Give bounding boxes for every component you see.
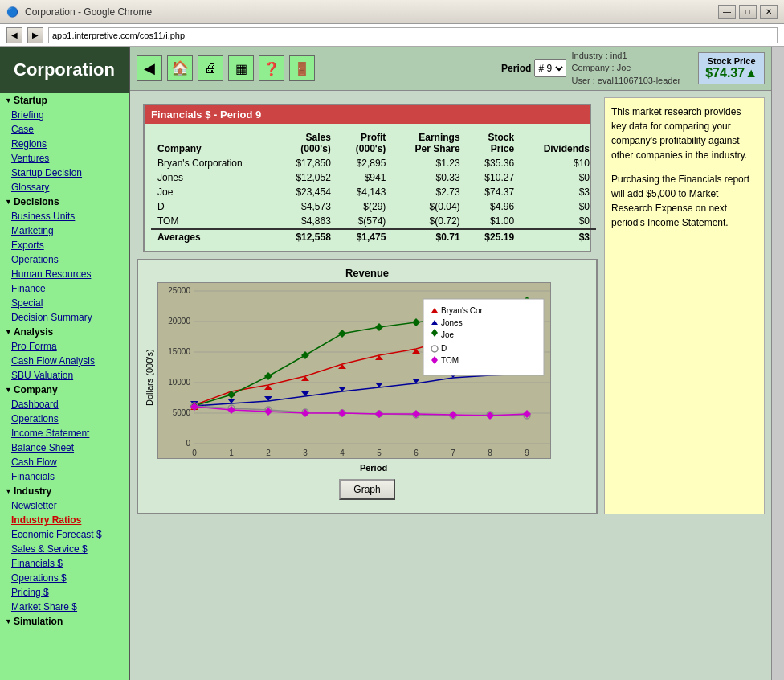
back-nav-button[interactable]: ◀ — [137, 55, 162, 81]
table-cell: $(0.72) — [392, 214, 466, 229]
sidebar-item-finance[interactable]: Finance — [0, 281, 129, 296]
averages-cell: $3 — [521, 229, 596, 244]
sidebar-item-business-units[interactable]: Business Units — [0, 209, 129, 223]
sidebar-item-sales-service[interactable]: Sales & Service $ — [0, 542, 129, 556]
minimize-button[interactable]: — — [718, 5, 736, 19]
y-axis-label: Dollars (000's) — [145, 282, 154, 473]
sidebar-item-briefing[interactable]: Briefing — [0, 108, 129, 122]
stock-price-label: Stock Price — [705, 56, 757, 66]
table-cell: $0 — [521, 199, 596, 214]
sidebar-section-decisions[interactable]: Decisions — [0, 195, 129, 209]
sidebar-section-startup[interactable]: Startup — [0, 93, 129, 108]
sidebar-item-company-operations[interactable]: Operations — [0, 412, 129, 426]
table-cell: $10.27 — [467, 170, 521, 185]
svg-text:9: 9 — [525, 449, 529, 457]
period-control: Period # 9 — [501, 59, 566, 77]
sidebar-item-newsletter[interactable]: Newsletter — [0, 498, 129, 513]
svg-text:Joe: Joe — [441, 330, 455, 339]
table-cell: $941 — [337, 170, 393, 185]
svg-text:Bryan's Cor: Bryan's Cor — [441, 306, 484, 315]
maximize-button[interactable]: □ — [739, 5, 757, 19]
app-container: Corporation Startup Briefing Case Region… — [0, 47, 784, 680]
period-select[interactable]: # 9 — [534, 59, 566, 77]
sidebar-section-simulation[interactable]: Simulation — [0, 614, 129, 629]
col-sales-header: Sales(000's) — [276, 130, 337, 156]
svg-text:20000: 20000 — [168, 317, 190, 326]
sidebar-item-operations-dollar[interactable]: Operations $ — [0, 571, 129, 585]
scrollbar[interactable] — [771, 47, 784, 680]
table-cell: $4,143 — [337, 185, 393, 199]
grid-button[interactable]: ▦ — [228, 55, 254, 81]
table-cell: $35.36 — [467, 156, 521, 170]
averages-row: Averages$12,558$1,475$0.71$25.19$3 — [151, 229, 596, 244]
close-button[interactable]: ✕ — [760, 5, 778, 19]
col-dividends-header: Dividends — [521, 130, 596, 156]
info-text-2: Purchasing the Financials report will ad… — [611, 172, 757, 230]
col-profit-header: Profit(000's) — [337, 130, 393, 156]
x-axis-label: Period — [157, 463, 590, 473]
browser-title-bar: 🔵 Corporation - Google Chrome — □ ✕ — [0, 0, 784, 24]
chart-svg: 25000 20000 15000 10000 5000 0 0 1 2 — [157, 282, 551, 459]
sidebar-section-industry[interactable]: Industry — [0, 484, 129, 498]
sidebar-item-decision-summary[interactable]: Decision Summary — [0, 310, 129, 325]
svg-text:8: 8 — [488, 449, 492, 457]
print-button[interactable]: 🖨 — [198, 55, 223, 81]
info-text-1: This market research provides key data f… — [611, 104, 757, 162]
financials-table: Company Sales(000's) Profit(000's) Earni… — [151, 130, 596, 244]
table-row: Jones$12,052$941$0.33$10.27$0 — [151, 170, 596, 185]
table-cell: $4.96 — [467, 199, 521, 214]
sidebar-item-glossary[interactable]: Glossary — [0, 180, 129, 195]
averages-cell: $12,558 — [276, 229, 337, 244]
main-area: ◀ 🏠 🖨 ▦ ❓ 🚪 Period # 9 Industry : ind1 C… — [130, 47, 771, 680]
address-input[interactable] — [48, 27, 778, 43]
sidebar-item-pricing[interactable]: Pricing $ — [0, 585, 129, 600]
graph-button[interactable]: Graph — [339, 479, 394, 500]
sidebar-item-financials[interactable]: Financials — [0, 469, 129, 484]
stock-price-value: $74.37▲ — [705, 66, 757, 80]
sidebar-item-financials-dollar[interactable]: Financials $ — [0, 556, 129, 571]
sidebar-item-economic-forecast[interactable]: Economic Forecast $ — [0, 527, 129, 542]
sidebar-section-analysis[interactable]: Analysis — [0, 325, 129, 339]
sidebar-item-industry-ratios[interactable]: Industry Ratios — [0, 513, 129, 527]
sidebar-item-startup-decision[interactable]: Startup Decision — [0, 166, 129, 180]
svg-text:5000: 5000 — [173, 408, 191, 417]
sidebar-item-cash-flow-analysis[interactable]: Cash Flow Analysis — [0, 354, 129, 368]
sidebar-item-ventures[interactable]: Ventures — [0, 151, 129, 166]
sidebar-item-dashboard[interactable]: Dashboard — [0, 397, 129, 412]
sidebar-item-income-statement[interactable]: Income Statement — [0, 426, 129, 440]
sidebar-item-special[interactable]: Special — [0, 296, 129, 310]
sidebar-item-sbu-valuation[interactable]: SBU Valuation — [0, 368, 129, 383]
chart-title: Revenue — [145, 267, 590, 279]
sidebar-item-human-resources[interactable]: Human Resources — [0, 267, 129, 281]
table-cell: $23,454 — [276, 185, 337, 199]
main-content: Financials $ - Period 9 Company Sales(00… — [130, 91, 771, 680]
period-label: Period — [501, 63, 531, 74]
content-area: Financials $ - Period 9 Company Sales(00… — [130, 91, 771, 521]
col-stock-header: StockPrice — [467, 130, 521, 156]
sidebar-item-operations[interactable]: Operations — [0, 252, 129, 267]
home-button[interactable]: 🏠 — [167, 55, 193, 81]
sidebar-item-cash-flow[interactable]: Cash Flow — [0, 455, 129, 469]
svg-text:10000: 10000 — [168, 378, 190, 387]
sidebar-item-regions[interactable]: Regions — [0, 137, 129, 151]
table-cell: $2.73 — [392, 185, 466, 199]
sidebar: Corporation Startup Briefing Case Region… — [0, 47, 130, 680]
sidebar-item-balance-sheet[interactable]: Balance Sheet — [0, 440, 129, 455]
logout-button[interactable]: 🚪 — [289, 55, 315, 81]
table-cell: TOM — [151, 214, 276, 229]
table-cell: Jones — [151, 170, 276, 185]
help-button[interactable]: ❓ — [259, 55, 284, 81]
svg-text:6: 6 — [414, 449, 419, 457]
table-cell: $74.37 — [467, 185, 521, 199]
left-content: Financials $ - Period 9 Company Sales(00… — [137, 97, 598, 514]
sidebar-item-case[interactable]: Case — [0, 122, 129, 137]
forward-button[interactable]: ▶ — [27, 27, 43, 43]
sidebar-item-marketing[interactable]: Marketing — [0, 223, 129, 238]
stock-price-box: Stock Price $74.37▲ — [698, 52, 765, 84]
sidebar-item-exports[interactable]: Exports — [0, 238, 129, 252]
sidebar-section-company[interactable]: Company — [0, 383, 129, 397]
sidebar-item-pro-forma[interactable]: Pro Forma — [0, 339, 129, 354]
sidebar-item-market-share[interactable]: Market Share $ — [0, 600, 129, 614]
table-cell: $1.00 — [467, 214, 521, 229]
back-button[interactable]: ◀ — [6, 27, 22, 43]
